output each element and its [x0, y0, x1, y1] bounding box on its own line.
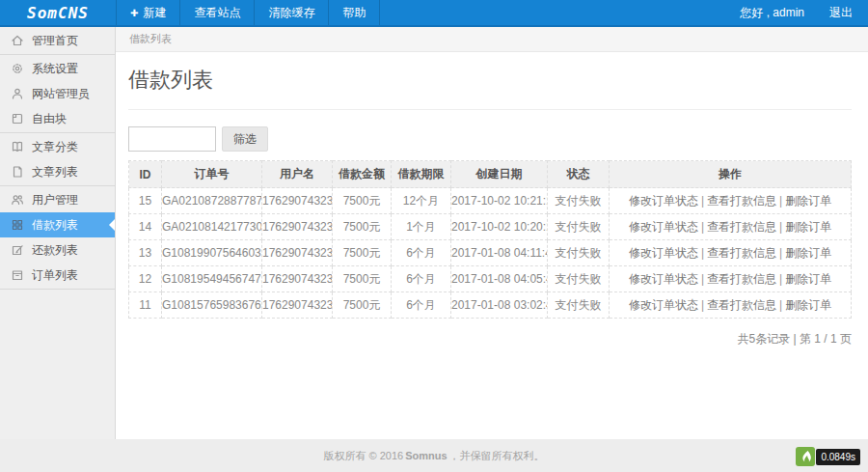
cell-id: 11 — [129, 292, 162, 319]
delete-order-link[interactable]: 删除订单 — [785, 220, 831, 234]
sidebar-item-article-list[interactable]: 文章列表 — [0, 159, 115, 184]
pagination: 共5条记录 | 第 1 / 1 页 — [128, 331, 852, 347]
modify-status-link[interactable]: 修改订单状态 — [629, 272, 698, 286]
sidebar-group: 系统设置 网站管理员 自由块 — [0, 55, 115, 133]
sidebar-item-order-list[interactable]: 订单列表 — [0, 263, 115, 288]
cell-order-no: GA02108728877876 — [162, 188, 262, 214]
trace-time: 0.0849s — [816, 449, 860, 465]
table-row: 13 G108199075646031 17629074323 7500元 6个… — [129, 240, 852, 266]
flame-logo-icon[interactable] — [796, 447, 815, 466]
cell-actions: 修改订单状态|查看打款信息|删除订单 — [610, 214, 852, 240]
cell-id: 14 — [129, 214, 162, 240]
cell-term: 12个月 — [392, 188, 451, 214]
action-separator: | — [701, 272, 704, 286]
col-header-created: 创建日期 — [451, 161, 548, 188]
sidebar-item-label: 文章分类 — [32, 139, 78, 155]
user-greeting: 您好 , admin — [740, 5, 829, 21]
cell-status: 支付失败 — [548, 266, 610, 292]
nav-item-view-site[interactable]: 查看站点 — [179, 0, 254, 25]
search-input[interactable] — [128, 126, 216, 152]
cell-created: 2017-10-02 10:21:12 — [451, 188, 548, 214]
col-header-actions: 操作 — [610, 161, 852, 188]
cell-id: 13 — [129, 240, 162, 266]
sidebar-group: 文章分类 文章列表 — [0, 133, 115, 186]
cell-status: 支付失败 — [548, 214, 610, 240]
col-header-amount: 借款金额 — [333, 161, 392, 188]
nav-item-clear-cache[interactable]: 清除缓存 — [254, 0, 328, 25]
grid-icon — [11, 218, 24, 232]
view-payment-link[interactable]: 查看打款信息 — [707, 298, 776, 312]
sidebar-item-system-settings[interactable]: 系统设置 — [0, 56, 115, 81]
nav-item-label: 清除缓存 — [268, 5, 314, 21]
cell-username: 17629074323 — [262, 214, 333, 240]
gear-icon — [11, 62, 24, 75]
loan-table: ID 订单号 用户名 借款金额 借款期限 创建日期 状态 操作 15 GA021… — [128, 160, 852, 319]
cell-term: 1个月 — [392, 214, 451, 240]
nav-item-label: 新建 — [143, 5, 166, 21]
view-payment-link[interactable]: 查看打款信息 — [707, 220, 776, 234]
topbar-right: 您好 , admin 退出 — [740, 0, 868, 25]
cell-username: 17629074323 — [262, 292, 333, 319]
nav-item-label: 查看站点 — [194, 5, 240, 21]
cell-created: 2017-01-08 03:02:45 — [451, 292, 548, 319]
delete-order-link[interactable]: 删除订单 — [785, 194, 831, 208]
trace-badge[interactable]: 0.0849s — [796, 447, 860, 466]
filter-button[interactable]: 筛选 — [222, 126, 268, 152]
delete-order-link[interactable]: 删除订单 — [785, 246, 831, 260]
filter-row: 筛选 — [128, 126, 852, 152]
col-header-term: 借款期限 — [392, 161, 451, 188]
delete-order-link[interactable]: 删除订单 — [785, 272, 831, 286]
logout-link[interactable]: 退出 — [829, 5, 868, 21]
nav-item-new[interactable]: 新建 — [116, 0, 179, 25]
sidebar-item-loan-list[interactable]: 借款列表 — [0, 212, 115, 237]
col-header-id: ID — [129, 161, 162, 188]
sidebar-item-label: 还款列表 — [32, 242, 78, 259]
document-icon — [11, 165, 24, 179]
cell-actions: 修改订单状态|查看打款信息|删除订单 — [610, 266, 852, 292]
table-row: 15 GA02108728877876 17629074323 7500元 12… — [129, 188, 852, 214]
nav-item-label: 帮助 — [342, 5, 366, 21]
cell-amount: 7500元 — [333, 292, 392, 319]
topbar: SomCNS 新建 查看站点 清除缓存 帮助 您好 , admin 退出 — [0, 0, 868, 27]
action-separator: | — [779, 194, 782, 208]
action-separator: | — [701, 220, 704, 234]
sidebar-item-admin-home[interactable]: 管理首页 — [0, 28, 115, 53]
box-icon — [11, 268, 24, 282]
view-payment-link[interactable]: 查看打款信息 — [707, 194, 776, 208]
action-separator: | — [701, 246, 704, 260]
sidebar-item-free-block[interactable]: 自由块 — [0, 106, 115, 131]
sidebar-item-site-admin[interactable]: 网站管理员 — [0, 81, 115, 106]
action-separator: | — [701, 298, 704, 312]
action-separator: | — [779, 272, 782, 286]
delete-order-link[interactable]: 删除订单 — [785, 298, 831, 312]
cell-id: 15 — [129, 188, 162, 214]
action-separator: | — [701, 194, 704, 208]
cell-id: 12 — [129, 266, 162, 292]
home-icon — [11, 34, 24, 47]
view-payment-link[interactable]: 查看打款信息 — [707, 272, 776, 286]
app-logo[interactable]: SomCNS — [0, 0, 116, 25]
book-icon — [11, 140, 24, 153]
modify-status-link[interactable]: 修改订单状态 — [629, 298, 698, 312]
sidebar-item-user-management[interactable]: 用户管理 — [0, 187, 115, 212]
cell-status: 支付失败 — [548, 188, 610, 214]
cell-status: 支付失败 — [548, 240, 610, 266]
footer: 版权所有 © 2016Somnus，并保留所有权利。 0.0849s — [0, 439, 868, 472]
copyright-text: 版权所有 © 2016Somnus，并保留所有权利。 — [323, 449, 544, 463]
sidebar-item-article-category[interactable]: 文章分类 — [0, 134, 115, 159]
modify-status-link[interactable]: 修改订单状态 — [629, 194, 698, 208]
sidebar-item-repayment-list[interactable]: 还款列表 — [0, 237, 115, 263]
sidebar-item-label: 管理首页 — [32, 33, 78, 49]
cell-term: 6个月 — [392, 292, 451, 319]
nav-item-help[interactable]: 帮助 — [328, 0, 380, 25]
table-row: 14 GA02108142177306 17629074323 7500元 1个… — [129, 214, 852, 240]
brand-name: Somnus — [405, 450, 447, 461]
col-header-username: 用户名 — [262, 161, 333, 188]
copyright-prefix: 版权所有 © 2016 — [323, 450, 403, 461]
modify-status-link[interactable]: 修改订单状态 — [629, 220, 698, 234]
view-payment-link[interactable]: 查看打款信息 — [707, 246, 776, 260]
cell-term: 6个月 — [392, 240, 451, 266]
action-separator: | — [779, 246, 782, 260]
cell-created: 2017-01-08 04:05:49 — [451, 266, 548, 292]
modify-status-link[interactable]: 修改订单状态 — [629, 246, 698, 260]
